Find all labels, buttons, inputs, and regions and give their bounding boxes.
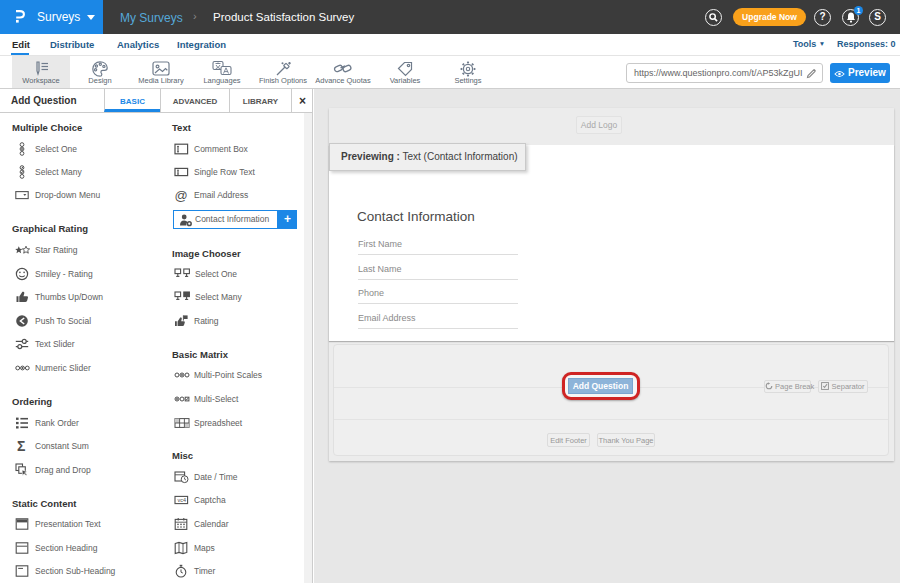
svg-text:vc4: vc4: [177, 497, 186, 503]
svg-text:Σ: Σ: [17, 439, 25, 453]
svg-text:@: @: [175, 188, 188, 202]
